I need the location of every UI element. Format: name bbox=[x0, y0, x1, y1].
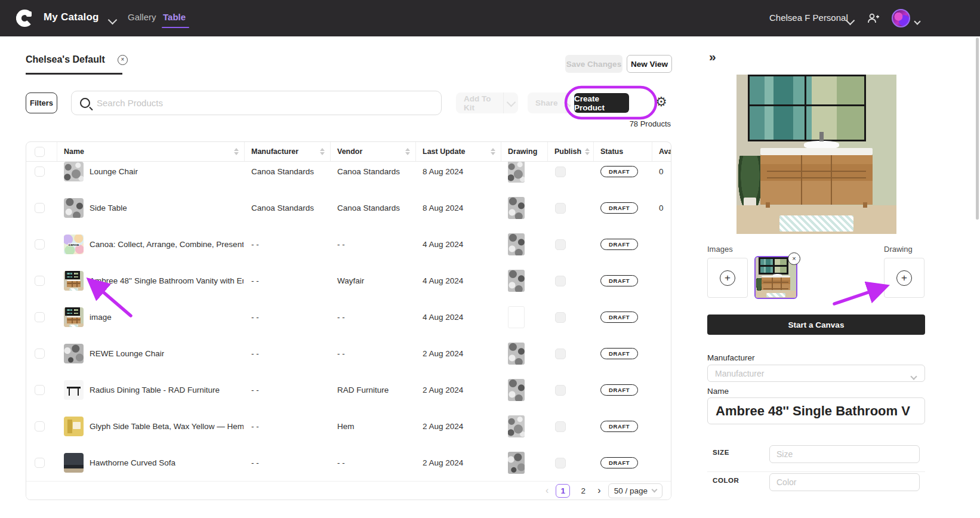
create-product-button[interactable]: Create Product bbox=[574, 93, 629, 113]
new-view-button[interactable]: New View bbox=[627, 55, 672, 73]
invite-user-icon[interactable] bbox=[867, 12, 880, 24]
canoa-logo[interactable] bbox=[16, 10, 33, 27]
sort-icon[interactable] bbox=[585, 148, 590, 155]
sort-icon[interactable] bbox=[491, 148, 495, 155]
drawing-cell[interactable] bbox=[501, 415, 548, 437]
publish-checkbox[interactable] bbox=[555, 239, 566, 250]
page-size-select[interactable]: 50 / page bbox=[608, 483, 662, 498]
publish-checkbox[interactable] bbox=[555, 385, 566, 396]
availability-value: 0 bbox=[659, 204, 664, 212]
name-cell[interactable]: Side Table bbox=[57, 198, 245, 218]
row-checkbox[interactable] bbox=[35, 349, 45, 359]
remove-image-icon[interactable]: × bbox=[788, 252, 800, 265]
column-header-name[interactable]: Name bbox=[57, 142, 245, 161]
collapse-panel-icon[interactable]: » bbox=[709, 50, 716, 64]
publish-checkbox[interactable] bbox=[555, 166, 566, 177]
row-checkbox[interactable] bbox=[35, 276, 45, 286]
column-header-vendor[interactable]: Vendor bbox=[331, 142, 416, 161]
view-tab-label[interactable]: Chelsea's Default bbox=[26, 54, 105, 65]
tab-gallery[interactable]: Gallery bbox=[128, 12, 156, 22]
table-row[interactable]: canoaCanoa: Collect, Arrange, Combine, P… bbox=[26, 226, 671, 263]
sort-icon[interactable] bbox=[234, 148, 239, 155]
drawing-cell[interactable] bbox=[501, 343, 548, 365]
row-checkbox[interactable] bbox=[35, 421, 45, 431]
add-image-tile[interactable]: + bbox=[707, 258, 748, 298]
drawing-cell[interactable] bbox=[501, 197, 548, 219]
drawing-cell[interactable] bbox=[501, 452, 548, 474]
product-name-input[interactable] bbox=[707, 397, 925, 424]
drawing-cell[interactable] bbox=[501, 233, 548, 255]
search-input[interactable] bbox=[97, 98, 419, 108]
name-cell[interactable]: REWE Lounge Chair bbox=[57, 344, 245, 363]
name-cell[interactable]: Ambree 48'' Single Bathroom Vanity with … bbox=[57, 271, 245, 291]
product-thumbnail: canoa bbox=[64, 235, 84, 254]
chevron-down-icon[interactable] bbox=[915, 16, 920, 26]
manufacturer-select[interactable] bbox=[707, 365, 925, 382]
product-name: Radius Dining Table - RAD Furniture bbox=[90, 386, 220, 394]
drawing-cell[interactable] bbox=[501, 162, 548, 183]
tab-table[interactable]: Table bbox=[163, 12, 186, 22]
table-row[interactable]: image- -- -4 Aug 2024DRAFT bbox=[26, 299, 671, 335]
close-view-icon[interactable]: × bbox=[118, 55, 128, 65]
row-checkbox[interactable] bbox=[35, 385, 45, 395]
name-cell[interactable]: Lounge Chair bbox=[57, 162, 245, 181]
row-checkbox[interactable] bbox=[35, 239, 45, 249]
publish-checkbox[interactable] bbox=[555, 458, 566, 468]
row-checkbox[interactable] bbox=[35, 458, 45, 468]
column-header-status[interactable]: Status bbox=[594, 142, 652, 161]
publish-checkbox[interactable] bbox=[555, 276, 566, 286]
name-cell[interactable]: canoaCanoa: Collect, Arrange, Combine, P… bbox=[57, 235, 245, 254]
table-row[interactable]: Side TableCanoa StandardsCanoa Standards… bbox=[26, 190, 671, 226]
product-name: Side Table bbox=[90, 204, 127, 212]
chevron-down-icon[interactable] bbox=[847, 16, 853, 26]
name-cell[interactable]: Hawthorne Curved Sofa bbox=[57, 453, 245, 473]
table-row[interactable]: Glyph Side Table Beta, Wax Yellow — Hem-… bbox=[26, 408, 671, 445]
manufacturer-label: Manufacturer bbox=[707, 353, 755, 362]
drawing-cell[interactable] bbox=[501, 379, 548, 401]
table-row[interactable]: Ambree 48'' Single Bathroom Vanity with … bbox=[26, 263, 671, 299]
name-cell[interactable]: Glyph Side Table Beta, Wax Yellow — Hem bbox=[57, 417, 245, 436]
filters-button[interactable]: Filters bbox=[26, 92, 57, 113]
drawing-cell[interactable] bbox=[501, 306, 548, 328]
pagination-next[interactable]: › bbox=[596, 486, 602, 495]
publish-checkbox[interactable] bbox=[555, 421, 566, 432]
start-canvas-button[interactable]: Start a Canvas bbox=[707, 314, 925, 335]
column-header-publish[interactable]: Publish bbox=[548, 142, 594, 161]
pagination-prev[interactable]: ‹ bbox=[544, 486, 550, 495]
drawing-cell[interactable] bbox=[501, 270, 548, 292]
row-checkbox[interactable] bbox=[35, 166, 45, 177]
status-cell: DRAFT bbox=[594, 457, 652, 468]
row-checkbox[interactable] bbox=[35, 312, 45, 322]
select-all-checkbox[interactable] bbox=[35, 147, 45, 157]
scrollbar-thumb[interactable] bbox=[976, 38, 979, 220]
drawing-label: Drawing bbox=[884, 245, 913, 254]
table-row[interactable]: REWE Lounge Chair- -- -2 Aug 2024DRAFT bbox=[26, 335, 671, 372]
name-cell[interactable]: image bbox=[57, 307, 245, 327]
sort-icon[interactable] bbox=[405, 148, 410, 155]
table-row[interactable]: Lounge ChairCanoa StandardsCanoa Standar… bbox=[26, 162, 671, 190]
workspace-switcher[interactable]: Chelsea F Personal bbox=[769, 13, 848, 23]
size-input[interactable] bbox=[769, 445, 920, 463]
sort-icon[interactable] bbox=[320, 148, 325, 155]
publish-checkbox[interactable] bbox=[555, 312, 566, 323]
search-box[interactable] bbox=[71, 91, 442, 115]
avatar[interactable] bbox=[892, 9, 910, 27]
pagination-page-1[interactable]: 1 bbox=[556, 484, 570, 498]
table-row[interactable]: Radius Dining Table - RAD Furniture- -RA… bbox=[26, 372, 671, 408]
color-input[interactable] bbox=[769, 473, 920, 491]
add-drawing-tile[interactable]: + bbox=[884, 258, 924, 298]
column-header-drawing[interactable]: Drawing bbox=[501, 142, 548, 161]
gear-icon[interactable]: ⚙ bbox=[655, 94, 667, 110]
column-header-ava[interactable]: Ava bbox=[652, 142, 671, 161]
table-row[interactable]: Hawthorne Curved Sofa- -- -2 Aug 2024DRA… bbox=[26, 445, 671, 481]
status-cell: DRAFT bbox=[594, 348, 652, 359]
pagination-page-2[interactable]: 2 bbox=[576, 484, 590, 498]
publish-checkbox[interactable] bbox=[555, 349, 566, 359]
publish-checkbox[interactable] bbox=[555, 203, 566, 214]
chevron-down-icon[interactable] bbox=[109, 15, 116, 26]
catalog-switcher[interactable]: My Catalog bbox=[44, 11, 99, 23]
name-cell[interactable]: Radius Dining Table - RAD Furniture bbox=[57, 380, 245, 400]
column-header-last-update[interactable]: Last Update bbox=[416, 142, 501, 161]
column-header-manufacturer[interactable]: Manufacturer bbox=[245, 142, 331, 161]
row-checkbox[interactable] bbox=[35, 203, 45, 213]
